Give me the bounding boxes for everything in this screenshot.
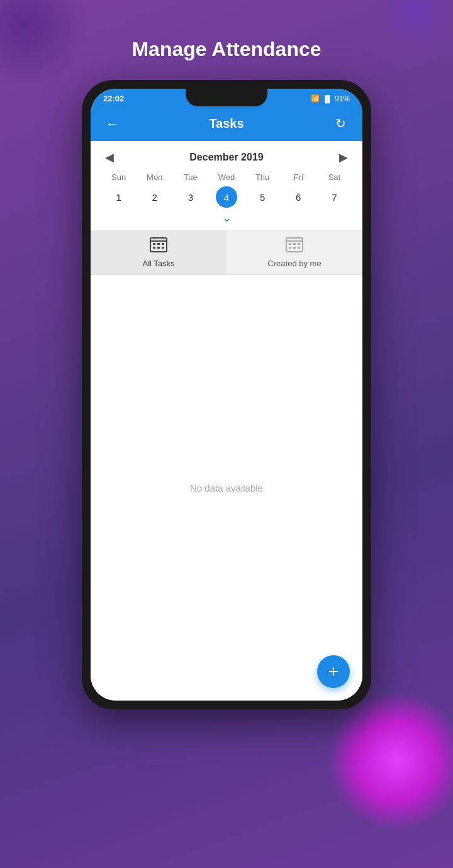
back-button[interactable]: ← [102, 113, 122, 133]
tab-created-by-me-label: Created by me [267, 259, 321, 268]
calendar-month-label: December 2019 [189, 152, 263, 163]
tab-created-by-me[interactable]: Created by me [226, 230, 362, 274]
calendar-next-button[interactable]: ▶ [335, 149, 352, 166]
svg-rect-17 [289, 247, 291, 249]
calendar-day-6[interactable]: 6 [281, 186, 316, 208]
signal-icon: ▐▌ [322, 95, 332, 103]
all-tasks-icon [150, 236, 167, 256]
tabs-section: All Tasks [91, 230, 362, 275]
svg-rect-16 [298, 243, 300, 245]
svg-rect-19 [298, 247, 300, 249]
day-header-wed: Wed [208, 172, 244, 182]
bg-decoration-bottom-right [327, 692, 453, 830]
calendar-expand-button[interactable]: ⌄ [101, 211, 352, 225]
battery-text: 91% [335, 94, 350, 103]
notch [186, 89, 267, 106]
svg-rect-18 [293, 247, 296, 249]
app-bar-title: Tasks [209, 116, 243, 131]
add-task-fab[interactable]: + [317, 655, 350, 688]
calendar-day-7[interactable]: 7 [316, 186, 352, 208]
svg-rect-7 [153, 247, 155, 249]
calendar-days-header: Sun Mon Tue Wed Thu Fri Sat [101, 172, 352, 182]
calendar-header: ◀ December 2019 ▶ [101, 149, 352, 166]
bg-decoration-top-right [378, 0, 453, 50]
svg-rect-6 [162, 243, 164, 245]
svg-rect-9 [162, 247, 164, 249]
day-header-tue: Tue [172, 172, 208, 182]
tab-all-tasks[interactable]: All Tasks [91, 230, 226, 274]
calendar-day-2[interactable]: 2 [137, 186, 172, 208]
day-header-mon: Mon [137, 172, 172, 182]
calendar-day-5[interactable]: 5 [245, 186, 281, 208]
svg-rect-14 [289, 243, 291, 245]
app-bar: ← Tasks ↻ [91, 106, 362, 141]
svg-rect-4 [153, 243, 155, 245]
calendar-day-1[interactable]: 1 [101, 186, 137, 208]
svg-rect-15 [293, 243, 296, 245]
day-header-fri: Fri [281, 172, 316, 182]
status-bar: 22:02 📶 ▐▌ 91% [91, 89, 362, 106]
svg-rect-8 [157, 247, 160, 249]
no-data-message: No data available [190, 483, 263, 493]
svg-rect-5 [157, 243, 160, 245]
tab-all-tasks-label: All Tasks [142, 259, 174, 268]
phone-screen: 22:02 📶 ▐▌ 91% ← Tasks ↻ ◀ December 2019… [91, 89, 362, 701]
calendar-days: 1 2 3 4 5 6 7 [101, 186, 352, 208]
calendar-day-4-selected[interactable]: 4 [216, 186, 237, 208]
page-title: Manage Attendance [131, 38, 321, 61]
status-time: 22:02 [103, 94, 124, 103]
day-header-sun: Sun [101, 172, 137, 182]
status-icons: 📶 ▐▌ 91% [311, 94, 350, 103]
day-header-sat: Sat [316, 172, 352, 182]
refresh-button[interactable]: ↻ [331, 113, 351, 133]
calendar-day-3[interactable]: 3 [172, 186, 208, 208]
bg-decoration-top-left [0, 0, 88, 88]
phone-frame: 22:02 📶 ▐▌ 91% ← Tasks ↻ ◀ December 2019… [82, 80, 371, 709]
wifi-icon: 📶 [311, 94, 320, 103]
content-area: No data available + [91, 275, 362, 701]
day-header-thu: Thu [245, 172, 281, 182]
calendar-section: ◀ December 2019 ▶ Sun Mon Tue Wed Thu Fr… [91, 141, 362, 230]
created-by-me-icon [286, 236, 303, 256]
calendar-prev-button[interactable]: ◀ [101, 149, 118, 166]
